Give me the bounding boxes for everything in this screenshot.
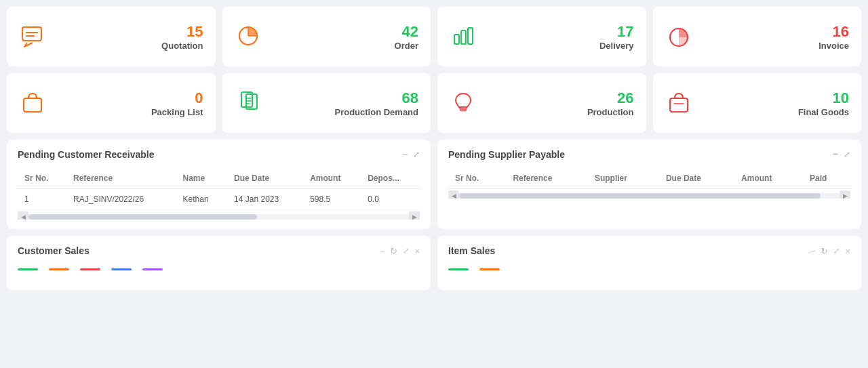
panels-row-middle: Pending Customer Receivable − ⤢ Sr No. R… [7, 140, 861, 229]
is-refresh-icon[interactable]: ↻ [821, 246, 828, 256]
production-label: Production [587, 107, 634, 117]
sup-col-paid: Paid [803, 168, 850, 189]
table-row[interactable]: 1 RAJ_SINV/2022/26 Kethan 14 Jan 2023 59… [18, 189, 420, 210]
stat-card-production-info: 26 Production [486, 89, 634, 117]
docs-icon [235, 89, 262, 118]
expand-icon[interactable]: ⤢ [413, 150, 420, 159]
bar-chart-icon [450, 22, 477, 52]
svg-rect-18 [670, 98, 688, 112]
bulb-icon [450, 89, 477, 118]
chart-line-bar-4 [111, 268, 132, 270]
sup-scroll-track [459, 193, 840, 199]
stat-card-delivery[interactable]: 17 Delivery [437, 7, 646, 66]
sup-scroll-right-btn[interactable]: ▶ [840, 190, 850, 199]
bottom-panels-row: Customer Sales − ↻ ⤢ × [7, 236, 861, 290]
svg-rect-10 [24, 98, 41, 112]
pending-supplier-table-wrap: Sr No. Reference Supplier Due Date Amoun… [448, 168, 850, 199]
col-reference: Reference [66, 168, 176, 189]
stat-card-order[interactable]: 42 Order [222, 7, 431, 66]
supplier-expand-icon[interactable]: ⤢ [844, 150, 850, 159]
item-chart-line-bar-1 [448, 268, 469, 270]
stat-card-final-goods-info: 10 Final Goods [702, 89, 850, 117]
sup-col-reference: Reference [506, 168, 587, 189]
stat-card-packing-info: 0 Packing List [56, 89, 203, 117]
invoice-label: Invoice [818, 41, 849, 51]
is-minimize-icon[interactable]: − [810, 246, 816, 256]
chat-icon [19, 22, 46, 52]
pending-supplier-table: Sr No. Reference Supplier Due Date Amoun… [448, 168, 850, 189]
scroll-left-btn[interactable]: ◀ [18, 211, 28, 220]
svg-rect-8 [468, 28, 473, 44]
cs-minimize-icon[interactable]: − [380, 246, 385, 256]
sup-col-amount: Amount [734, 168, 803, 189]
pending-supplier-title: Pending Supplier Payable [448, 149, 565, 160]
col-name: Name [176, 168, 228, 189]
order-count: 42 [402, 23, 418, 41]
is-expand-icon[interactable]: ⤢ [833, 247, 840, 255]
final-goods-label: Final Goods [798, 107, 849, 117]
pending-customer-title: Pending Customer Receivable [18, 149, 155, 160]
stat-cards-row2: 0 Packing List 68 Production Demand [7, 73, 861, 133]
svg-rect-17 [460, 109, 466, 111]
col-due-date: Due Date [227, 168, 303, 189]
stat-card-invoice[interactable]: 16 Invoice [653, 7, 862, 66]
sup-col-supplier: Supplier [588, 168, 659, 189]
packing-label: Packing List [151, 107, 203, 117]
svg-rect-6 [454, 35, 459, 44]
stat-card-quotation[interactable]: 15 Quotation [7, 7, 216, 66]
pie-icon [235, 22, 262, 52]
cs-expand-icon[interactable]: ⤢ [403, 247, 409, 255]
item-sales-panel: Item Sales − ↻ ⤢ × [437, 236, 861, 290]
sup-col-due-date: Due Date [659, 168, 734, 189]
stat-card-final-goods[interactable]: 10 Final Goods [653, 73, 862, 133]
chart-line-4 [111, 268, 132, 270]
item-chart-line-2 [479, 268, 500, 270]
item-chart-line-bar-2 [479, 268, 500, 270]
stat-cards-row1: 15 Quotation 42 Order [7, 7, 861, 66]
sup-scroll-left-btn[interactable]: ◀ [448, 190, 459, 199]
stat-card-order-info: 42 Order [271, 23, 419, 51]
sup-scroll-thumb [459, 193, 821, 199]
scroll-right-btn[interactable]: ▶ [409, 211, 420, 220]
stat-card-production[interactable]: 26 Production [437, 73, 646, 133]
scroll-track [28, 214, 409, 220]
supplier-scrollbar[interactable]: ◀ ▶ [448, 193, 850, 199]
stat-card-packing[interactable]: 0 Packing List [7, 73, 216, 133]
delivery-label: Delivery [599, 41, 634, 51]
col-amount: Amount [303, 168, 361, 189]
col-deposit: Depos... [361, 168, 420, 189]
production-count: 26 [617, 89, 633, 107]
cs-refresh-icon[interactable]: ↻ [390, 246, 397, 256]
svg-rect-0 [22, 27, 41, 41]
pending-customer-thead: Sr No. Reference Name Due Date Amount De… [18, 168, 420, 189]
item-sales-title: Item Sales [448, 245, 495, 256]
bag-icon [19, 89, 46, 118]
stat-card-production-demand[interactable]: 68 Production Demand [222, 73, 431, 133]
quotation-label: Quotation [161, 41, 203, 51]
item-sales-chart [448, 263, 850, 273]
pending-supplier-panel: Pending Supplier Payable − ⤢ Sr No. Refe… [437, 140, 861, 229]
svg-rect-7 [461, 30, 466, 44]
pending-customer-panel: Pending Customer Receivable − ⤢ Sr No. R… [7, 140, 431, 229]
item-chart-line-1 [448, 268, 469, 270]
chart-line-2 [49, 268, 69, 270]
order-label: Order [395, 41, 418, 51]
pending-customer-table-wrap: Sr No. Reference Name Due Date Amount De… [18, 168, 420, 220]
stat-card-invoice-info: 16 Invoice [702, 23, 850, 51]
customer-sales-title: Customer Sales [18, 245, 90, 256]
chart-line-bar-5 [142, 268, 163, 270]
customer-sales-controls: − ↻ ⤢ × [380, 246, 420, 256]
cs-close-icon[interactable]: × [414, 246, 420, 256]
delivery-count: 17 [617, 23, 633, 41]
is-close-icon[interactable]: × [845, 246, 850, 256]
pending-supplier-header: Pending Supplier Payable − ⤢ [448, 149, 850, 160]
supplier-minimize-icon[interactable]: − [833, 149, 838, 160]
stat-card-production-demand-info: 68 Production Demand [271, 89, 419, 117]
customer-sales-header: Customer Sales − ↻ ⤢ × [18, 245, 420, 256]
scroll-thumb [28, 214, 257, 220]
minimize-icon[interactable]: − [402, 149, 408, 160]
item-sales-header: Item Sales − ↻ ⤢ × [448, 245, 850, 256]
customer-scrollbar[interactable]: ◀ ▶ [18, 214, 420, 220]
item-sales-controls: − ↻ ⤢ × [810, 246, 850, 256]
chart-line-bar-3 [80, 268, 100, 270]
